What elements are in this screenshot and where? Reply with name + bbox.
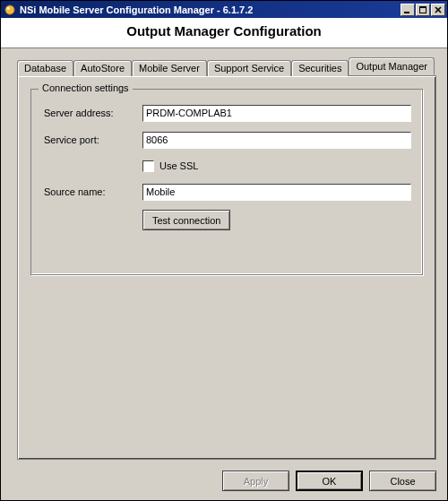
tab-mobile-server[interactable]: Mobile Server — [132, 60, 207, 76]
tabstrip: Database AutoStore Mobile Server Support… — [17, 57, 436, 75]
use-ssl-label: Use SSL — [159, 160, 198, 171]
svg-point-2 — [7, 6, 10, 9]
app-icon — [4, 4, 16, 16]
tab-securities[interactable]: Securities — [291, 60, 349, 76]
maximize-button[interactable] — [416, 4, 430, 16]
page-header: Output Manager Configuration — [1, 18, 447, 48]
minimize-button[interactable] — [401, 4, 415, 16]
close-button[interactable] — [431, 4, 445, 16]
tab-support-service[interactable]: Support Service — [207, 60, 291, 76]
group-legend: Connection settings — [39, 82, 133, 93]
tab-database[interactable]: Database — [17, 60, 73, 76]
use-ssl-row: Use SSL — [142, 158, 411, 174]
titlebar: NSi Mobile Server Configuration Manager … — [1, 1, 447, 18]
server-address-row: Server address: — [44, 104, 411, 122]
app-window: NSi Mobile Server Configuration Manager … — [0, 0, 448, 501]
connection-settings-group: Connection settings Server address: Serv… — [30, 89, 423, 275]
server-address-input[interactable] — [142, 105, 411, 122]
source-name-label: Source name: — [44, 186, 142, 197]
test-connection-row: Test connection — [142, 210, 411, 230]
use-ssl-checkbox[interactable] — [142, 160, 154, 172]
service-port-input[interactable] — [142, 132, 411, 149]
page-title: Output Manager Configuration — [1, 23, 447, 39]
apply-button[interactable]: Apply — [222, 471, 289, 491]
close-dialog-button[interactable]: Close — [369, 471, 436, 491]
svg-rect-5 — [419, 6, 426, 8]
source-name-row: Source name: — [44, 183, 411, 201]
client-area: Database AutoStore Mobile Server Support… — [1, 48, 447, 467]
service-port-label: Service port: — [44, 134, 142, 145]
tab-autostore[interactable]: AutoStore — [73, 60, 132, 76]
dialog-buttons: Apply OK Close — [1, 467, 447, 500]
window-title: NSi Mobile Server Configuration Manager … — [20, 4, 400, 15]
server-address-label: Server address: — [44, 108, 142, 118]
tab-output-manager[interactable]: Output Manager — [349, 57, 435, 75]
svg-rect-3 — [404, 12, 409, 13]
tab-panel-output-manager: Connection settings Server address: Serv… — [17, 75, 436, 460]
ok-button[interactable]: OK — [296, 471, 363, 491]
source-name-input[interactable] — [142, 184, 411, 201]
window-controls — [400, 1, 447, 18]
service-port-row: Service port: — [44, 131, 411, 149]
test-connection-button[interactable]: Test connection — [142, 210, 230, 230]
